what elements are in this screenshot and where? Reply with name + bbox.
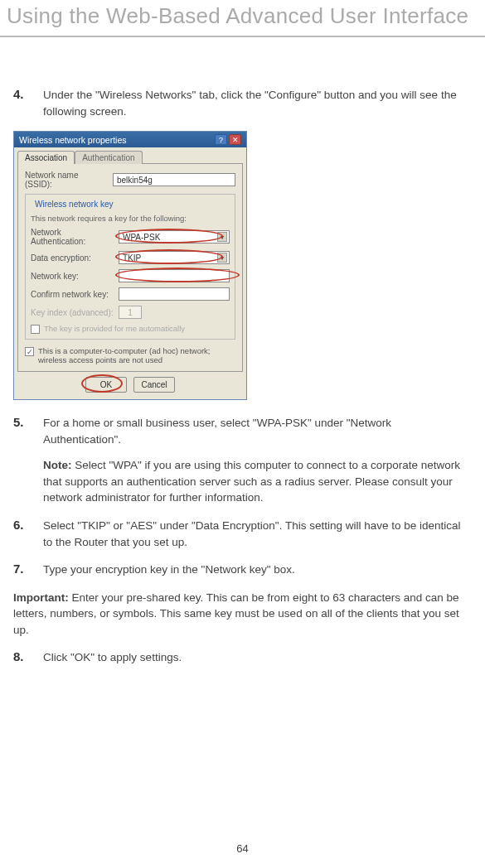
wireless-properties-dialog: Wireless network properties ? ✕ Associat… bbox=[13, 131, 247, 400]
key-input[interactable] bbox=[119, 269, 230, 282]
important-text: Enter your pre-shared key. This can be f… bbox=[13, 591, 459, 636]
group-title: Wireless network key bbox=[32, 200, 115, 209]
confirm-row: Confirm network key: bbox=[31, 287, 230, 301]
chevron-down-icon: ▾ bbox=[217, 253, 227, 263]
index-spinner: 1 bbox=[119, 306, 142, 319]
titlebar-buttons: ? ✕ bbox=[215, 134, 241, 145]
note-text: Select "WPA" if you are using this compu… bbox=[43, 459, 460, 504]
adhoc-checkbox[interactable]: ✓ bbox=[25, 347, 34, 356]
step-5: 5. For a home or small business user, se… bbox=[13, 415, 472, 506]
step-text: Under the "Wireless Networks" tab, click… bbox=[43, 87, 472, 119]
dialog-title: Wireless network properties bbox=[19, 135, 127, 145]
tab-authentication[interactable]: Authentication bbox=[75, 151, 142, 164]
auth-value: WPA-PSK bbox=[123, 233, 160, 242]
adhoc-label: This is a computer-to-computer (ad hoc) … bbox=[38, 346, 235, 364]
confirm-input[interactable] bbox=[119, 287, 230, 301]
help-button[interactable]: ? bbox=[215, 134, 227, 145]
step-text: Type your encryption key in the "Network… bbox=[43, 562, 295, 578]
step5-main: For a home or small business user, selec… bbox=[43, 417, 391, 446]
group-hint: This network requires a key for the foll… bbox=[31, 214, 230, 223]
auth-select[interactable]: WPA-PSK ▾ bbox=[119, 230, 230, 244]
key-label: Network key: bbox=[31, 272, 114, 281]
confirm-label: Confirm network key: bbox=[31, 290, 114, 299]
step-number: 5. bbox=[13, 415, 30, 506]
ssid-label: Network name (SSID): bbox=[25, 171, 108, 189]
step-text: Click "OK" to apply settings. bbox=[43, 649, 182, 666]
important-label: Important: bbox=[13, 591, 69, 604]
chevron-down-icon: ▾ bbox=[217, 232, 227, 242]
enc-label: Data encryption: bbox=[31, 253, 114, 263]
step-6: 6. Select "TKIP" or "AES" under "Data En… bbox=[13, 518, 472, 550]
index-label: Key index (advanced): bbox=[31, 308, 114, 317]
dialog-body: Association Authentication Network name … bbox=[14, 147, 246, 399]
page-title: Using the Web-Based Advanced User Interf… bbox=[0, 0, 485, 37]
enc-row: Data encryption: TKIP ▾ bbox=[31, 251, 230, 264]
enc-select[interactable]: TKIP ▾ bbox=[119, 251, 230, 264]
key-row: Network key: bbox=[31, 269, 230, 282]
auto-key-label: The key is provided for me automatically bbox=[44, 324, 185, 333]
auto-key-row: The key is provided for me automatically bbox=[31, 324, 230, 334]
tab-panel: Network name (SSID): belkin54g Wireless … bbox=[17, 163, 243, 372]
step-text: Select "TKIP" or "AES" under "Data Encry… bbox=[43, 518, 472, 550]
auth-label: Network Authentication: bbox=[31, 228, 114, 246]
close-button[interactable]: ✕ bbox=[229, 134, 241, 145]
tab-association[interactable]: Association bbox=[17, 151, 75, 164]
note-block: Note: Select "WPA" if you are using this… bbox=[43, 457, 472, 506]
step-7: 7. Type your encryption key in the "Netw… bbox=[13, 562, 472, 578]
auto-key-checkbox bbox=[31, 325, 40, 334]
adhoc-row: ✓ This is a computer-to-computer (ad hoc… bbox=[25, 346, 235, 364]
index-row: Key index (advanced): 1 bbox=[31, 306, 230, 319]
content-area: 4. Under the "Wireless Networks" tab, cl… bbox=[0, 37, 485, 578]
important-block: Important: Enter your pre-shared key. Th… bbox=[13, 590, 472, 639]
step-8: 8. Click "OK" to apply settings. bbox=[13, 649, 472, 666]
dialog-button-row: OK Cancel bbox=[17, 372, 243, 396]
step-4: 4. Under the "Wireless Networks" tab, cl… bbox=[13, 87, 472, 119]
step-number: 6. bbox=[13, 518, 30, 550]
page-number: 64 bbox=[236, 842, 248, 855]
enc-value: TKIP bbox=[123, 253, 141, 263]
key-group: Wireless network key This network requir… bbox=[25, 194, 235, 340]
tab-strip: Association Authentication bbox=[17, 151, 243, 164]
content-tail: 8. Click "OK" to apply settings. bbox=[0, 649, 485, 666]
step-number: 8. bbox=[13, 649, 30, 666]
ok-button[interactable]: OK bbox=[85, 377, 127, 393]
ssid-row: Network name (SSID): belkin54g bbox=[25, 171, 235, 189]
cancel-button[interactable]: Cancel bbox=[133, 377, 175, 393]
auth-row: Network Authentication: WPA-PSK ▾ bbox=[31, 228, 230, 246]
step-number: 4. bbox=[13, 87, 30, 119]
step-text: For a home or small business user, selec… bbox=[43, 415, 472, 506]
note-label: Note: bbox=[43, 459, 72, 471]
ssid-input[interactable]: belkin54g bbox=[113, 173, 235, 186]
dialog-titlebar: Wireless network properties ? ✕ bbox=[14, 132, 246, 147]
step-number: 7. bbox=[13, 562, 30, 578]
